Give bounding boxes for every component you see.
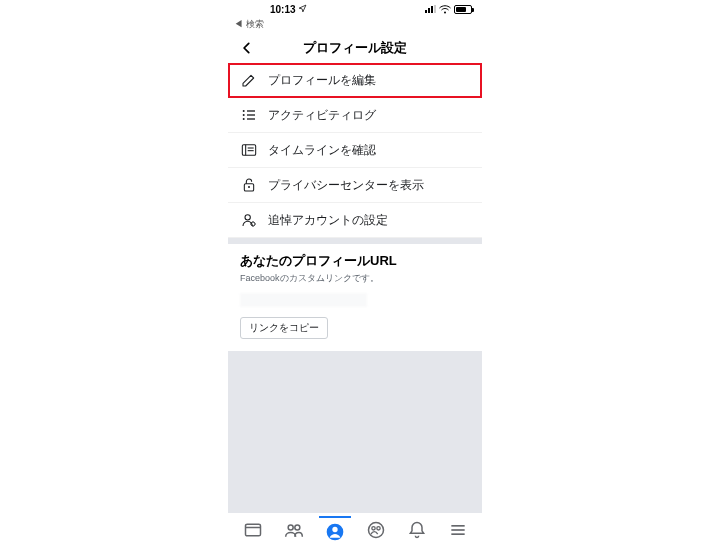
lock-icon — [240, 176, 258, 194]
phone-frame: 10:13 ◀ 検索 プロフィール設定 プロフィールを編集 — [228, 0, 482, 550]
tab-profile[interactable] — [319, 516, 351, 544]
status-bar: 10:13 — [228, 0, 482, 18]
back-button[interactable] — [236, 37, 258, 59]
svg-point-12 — [248, 186, 250, 188]
tab-notifications[interactable] — [401, 516, 433, 544]
svg-point-18 — [294, 525, 299, 530]
svg-rect-7 — [242, 145, 255, 156]
svg-point-1 — [243, 110, 245, 112]
menu-item-privacy-center[interactable]: プライバシーセンターを表示 — [228, 168, 482, 203]
tab-menu[interactable] — [442, 516, 474, 544]
pencil-icon — [240, 71, 258, 89]
battery-icon — [454, 5, 472, 14]
timeline-icon — [240, 141, 258, 159]
breadcrumb[interactable]: ◀ 検索 — [228, 18, 482, 33]
tab-home[interactable] — [237, 516, 269, 544]
settings-menu: プロフィールを編集 アクティビティログ タイムラインを確認 プライバシーセンター… — [228, 63, 482, 238]
profile-url-title: あなたのプロフィールURL — [240, 252, 470, 270]
status-time: 10:13 — [270, 4, 296, 15]
menu-item-memorialization[interactable]: 追悼アカウントの設定 — [228, 203, 482, 238]
tab-friends[interactable] — [278, 516, 310, 544]
profile-url-section: あなたのプロフィールURL Facebookのカスタムリンクです。 リンクをコピ… — [228, 244, 482, 349]
svg-point-22 — [371, 526, 374, 529]
location-arrow-icon — [298, 4, 307, 15]
menu-item-review-timeline[interactable]: タイムラインを確認 — [228, 133, 482, 168]
wifi-icon — [439, 5, 451, 14]
svg-point-3 — [243, 118, 245, 120]
list-icon — [240, 106, 258, 124]
profile-url-redacted — [240, 293, 367, 307]
menu-item-activity-log[interactable]: アクティビティログ — [228, 98, 482, 133]
tab-bar — [228, 512, 482, 550]
page-title: プロフィール設定 — [228, 39, 482, 57]
svg-point-13 — [245, 215, 250, 220]
menu-item-label: プライバシーセンターを表示 — [268, 177, 424, 194]
page-header: プロフィール設定 — [228, 33, 482, 63]
svg-point-21 — [368, 522, 383, 537]
menu-item-label: 追悼アカウントの設定 — [268, 212, 388, 229]
menu-item-edit-profile[interactable]: プロフィールを編集 — [228, 63, 482, 98]
svg-point-20 — [332, 526, 337, 531]
cellular-signal-icon — [425, 5, 436, 13]
menu-item-label: プロフィールを編集 — [268, 72, 376, 89]
copy-link-button[interactable]: リンクをコピー — [240, 317, 328, 339]
profile-url-subtitle: Facebookのカスタムリンクです。 — [240, 272, 470, 285]
svg-point-2 — [243, 114, 245, 116]
menu-item-label: タイムラインを確認 — [268, 142, 376, 159]
content-placeholder — [228, 351, 482, 512]
profile-gear-icon — [240, 211, 258, 229]
svg-point-0 — [444, 11, 446, 13]
tab-groups[interactable] — [360, 516, 392, 544]
menu-item-label: アクティビティログ — [268, 107, 376, 124]
svg-point-23 — [376, 526, 379, 529]
svg-point-17 — [288, 525, 293, 530]
svg-rect-15 — [245, 524, 260, 536]
